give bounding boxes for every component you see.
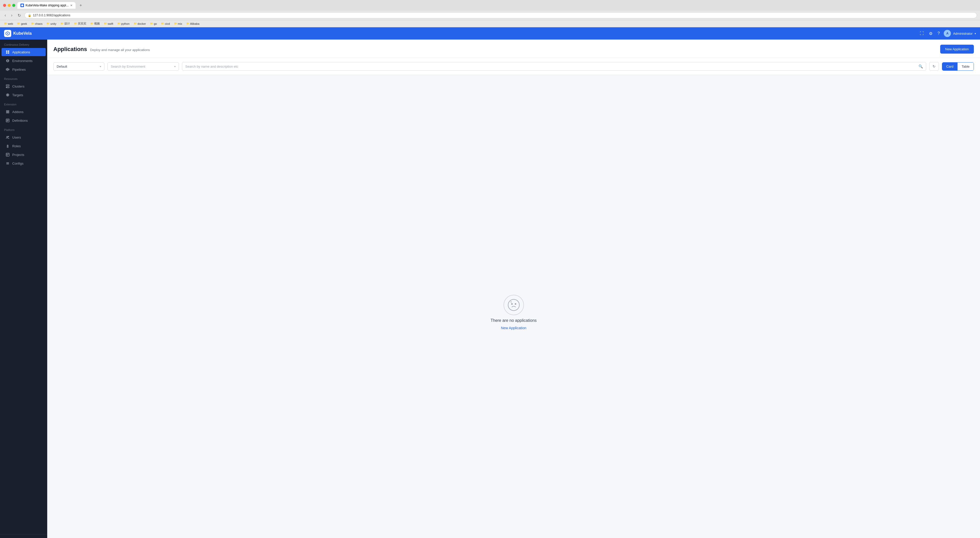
sidebar-item-environments[interactable]: Environments xyxy=(2,57,46,65)
sidebar-item-addons[interactable]: Addons xyxy=(2,108,46,116)
tab-close-btn[interactable]: ✕ xyxy=(70,4,73,7)
project-filter-select[interactable]: Default ▾ xyxy=(53,62,104,71)
help-icon[interactable]: ? xyxy=(937,30,941,37)
content-title-area: Applications Deploy and manage all your … xyxy=(53,46,150,53)
bookmark-go[interactable]: 📁 go xyxy=(149,22,158,26)
settings-icon[interactable]: ⚙ xyxy=(928,30,934,37)
environment-search-arrow-icon: ▾ xyxy=(174,65,176,68)
user-menu[interactable]: A Administrator ▾ xyxy=(944,30,976,37)
empty-state-new-app-link[interactable]: New Application xyxy=(501,326,527,330)
card-view-button[interactable]: Card xyxy=(942,62,958,70)
svg-rect-8 xyxy=(6,68,7,70)
bookmark-python[interactable]: 📁 python xyxy=(116,22,130,26)
svg-point-37 xyxy=(511,304,512,304)
svg-point-25 xyxy=(6,136,8,137)
svg-rect-10 xyxy=(8,69,9,70)
sidebar-item-definitions[interactable]: Definitions xyxy=(2,116,46,124)
addons-icon xyxy=(6,110,10,114)
bookmark-buy[interactable]: 📁 买买买 xyxy=(73,21,87,26)
empty-state: There are no applications New Applicatio… xyxy=(47,75,980,538)
definitions-icon xyxy=(6,118,10,123)
sidebar-item-applications[interactable]: Applications xyxy=(2,48,46,56)
sidebar-section-extension: Extension xyxy=(0,99,47,107)
browser-titlebar: KubeVela-Make shipping appl... ✕ + xyxy=(0,0,980,11)
bookmark-geek[interactable]: 📁 geek xyxy=(16,22,28,26)
sidebar-item-pipelines[interactable]: Pipelines xyxy=(2,65,46,73)
sidebar-item-pipelines-label: Pipelines xyxy=(12,68,26,72)
svg-rect-5 xyxy=(6,53,7,54)
svg-point-2 xyxy=(7,33,8,34)
bookmark-alibaba[interactable]: 📁 Alibaba xyxy=(185,22,200,26)
svg-rect-19 xyxy=(6,112,7,113)
search-icon: 🔍 xyxy=(918,64,923,68)
name-search-input[interactable]: Search by name and description etc 🔍 xyxy=(182,62,926,71)
main-content: Applications Deploy and manage all your … xyxy=(47,40,980,538)
app-logo[interactable]: KubeVela xyxy=(4,30,32,37)
logo-icon xyxy=(4,30,11,37)
svg-rect-9 xyxy=(7,68,8,71)
svg-point-36 xyxy=(508,299,519,310)
bookmark-chaos[interactable]: 📁 chaos xyxy=(30,22,43,26)
sidebar-item-configs[interactable]: Configs xyxy=(2,159,46,167)
bookmark-mix[interactable]: 📁 mix xyxy=(173,22,183,26)
logo-text: KubeVela xyxy=(13,31,32,36)
forward-btn[interactable]: › xyxy=(10,13,14,18)
bookmarks-bar: 📁 web 📁 geek 📁 chaos 📁 unity 📁 设计 📁 买买买 … xyxy=(0,20,980,27)
sidebar-item-roles-label: Roles xyxy=(12,144,21,148)
view-toggle: Card Table xyxy=(942,62,974,71)
svg-rect-4 xyxy=(8,51,9,52)
svg-rect-17 xyxy=(6,110,7,111)
sidebar-item-targets[interactable]: Targets xyxy=(2,91,46,99)
bookmark-swift[interactable]: 📁 swift xyxy=(103,22,115,26)
sidebar-item-projects[interactable]: Projects xyxy=(2,151,46,159)
sidebar-item-roles[interactable]: Roles xyxy=(2,142,46,150)
browser-toolbar: ‹ › ↻ 🔒 127.0.0.1:9082/applications xyxy=(0,11,980,20)
top-nav-right: ⛶ ⚙ ? A Administrator ▾ xyxy=(919,30,976,37)
sidebar-section-resources: Resources xyxy=(0,74,47,82)
sidebar-item-environments-label: Environments xyxy=(12,59,32,63)
svg-rect-6 xyxy=(8,53,9,54)
users-icon xyxy=(6,135,10,139)
tab-favicon xyxy=(21,3,24,7)
browser-chrome: KubeVela-Make shipping appl... ✕ + ‹ › ↻… xyxy=(0,0,980,27)
bookmark-video[interactable]: 📁 视频 xyxy=(89,21,101,26)
bookmark-design[interactable]: 📁 设计 xyxy=(59,21,71,26)
empty-state-icon xyxy=(504,295,524,315)
environment-search-select[interactable]: Search by Environment ▾ xyxy=(107,62,179,71)
bookmark-docker[interactable]: 📁 docker xyxy=(133,22,147,26)
svg-point-16 xyxy=(7,95,8,95)
new-tab-btn[interactable]: + xyxy=(78,3,84,8)
environment-search-placeholder: Search by Environment xyxy=(111,65,145,68)
new-application-button[interactable]: New Application xyxy=(940,45,974,54)
svg-rect-11 xyxy=(6,85,9,86)
top-nav: KubeVela ⛶ ⚙ ? A Administrator ▾ xyxy=(0,27,980,40)
bookmark-unity[interactable]: 📁 unity xyxy=(45,22,57,26)
table-view-button[interactable]: Table xyxy=(958,62,974,70)
browser-tab-active[interactable]: KubeVela-Make shipping appl... ✕ xyxy=(18,2,76,9)
sidebar-item-clusters[interactable]: Clusters xyxy=(2,82,46,90)
fullscreen-icon[interactable]: ⛶ xyxy=(919,30,925,37)
back-btn[interactable]: ‹ xyxy=(3,13,7,18)
refresh-button[interactable]: ↻ xyxy=(929,62,939,71)
page-subtitle: Deploy and manage all your applications xyxy=(90,48,150,52)
window-controls xyxy=(3,4,15,7)
svg-rect-18 xyxy=(8,110,9,111)
svg-point-27 xyxy=(7,145,8,146)
bookmark-web[interactable]: 📁 web xyxy=(3,22,14,26)
minimize-window-btn[interactable] xyxy=(8,4,11,7)
sidebar-item-clusters-label: Clusters xyxy=(12,84,24,88)
refresh-icon: ↻ xyxy=(932,64,935,68)
configs-icon xyxy=(6,161,10,166)
close-window-btn[interactable] xyxy=(3,4,6,7)
svg-point-26 xyxy=(8,136,9,137)
sidebar-item-users[interactable]: Users xyxy=(2,133,46,142)
project-filter-value: Default xyxy=(57,65,67,68)
svg-point-7 xyxy=(6,59,9,62)
sidebar-section-continuous-delivery: Continuous Delivery xyxy=(0,40,47,48)
refresh-nav-btn[interactable]: ↻ xyxy=(16,13,22,18)
sidebar: Continuous Delivery Applications Environ… xyxy=(0,40,47,538)
empty-state-message: There are no applications xyxy=(490,318,537,323)
bookmark-cicd[interactable]: 📁 cicd xyxy=(160,22,171,26)
address-bar[interactable]: 🔒 127.0.0.1:9082/applications xyxy=(24,12,977,18)
maximize-window-btn[interactable] xyxy=(12,4,15,7)
